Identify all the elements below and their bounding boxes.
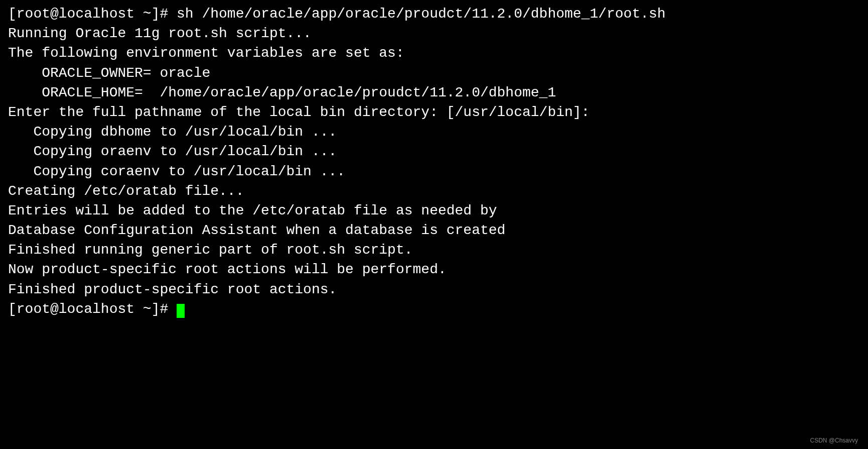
terminal-line: Creating /etc/oratab file... [8,181,860,201]
terminal-line: [root@localhost ~]# sh /home/oracle/app/… [8,4,860,24]
terminal-line: Database Configuration Assistant when a … [8,220,860,240]
terminal-line: Running Oracle 11g root.sh script... [8,24,860,43]
cursor-icon [177,304,185,318]
terminal-prompt: [root@localhost ~]# [8,301,177,317]
terminal-line: Enter the full pathname of the local bin… [8,102,860,122]
terminal-line: ORACLE_HOME= /home/oracle/app/oracle/pro… [8,83,860,102]
terminal-line: Finished product-specific root actions. [8,280,860,299]
terminal-line: ORACLE_OWNER= oracle [8,63,860,83]
watermark: CSDN @Chsavvy [810,436,858,445]
terminal-line: Now product-specific root actions will b… [8,260,860,279]
terminal-line: Finished running generic part of root.sh… [8,240,860,260]
terminal-line: The following environment variables are … [8,43,860,63]
terminal-line: Copying dbhome to /usr/local/bin ... [8,122,860,142]
terminal-line: Copying oraenv to /usr/local/bin ... [8,142,860,161]
terminal-line: Entries will be added to the /etc/oratab… [8,201,860,220]
terminal-output[interactable]: [root@localhost ~]# sh /home/oracle/app/… [8,4,860,319]
terminal-line: Copying coraenv to /usr/local/bin ... [8,162,860,181]
terminal-prompt-line[interactable]: [root@localhost ~]# [8,299,860,319]
